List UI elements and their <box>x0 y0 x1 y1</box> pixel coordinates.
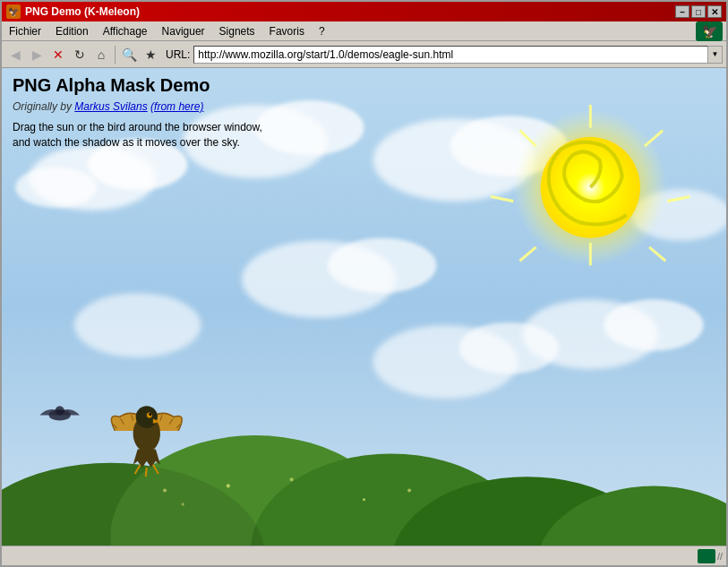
title-bar-left: 🦅 PNG Demo (K-Meleon) <box>6 4 140 19</box>
attribution-prefix: Originally by <box>13 100 74 113</box>
menu-favoris[interactable]: Favoris <box>262 23 312 39</box>
attribution: Originally by Markus Svilans (from here) <box>13 100 203 113</box>
description: Drag the sun or the bird around the brow… <box>13 120 262 150</box>
menu-affichage[interactable]: Affichage <box>96 23 155 39</box>
status-extra: // <box>717 551 723 562</box>
browser-window: 🦅 PNG Demo (K-Meleon) – □ ✕ Fichier Edit… <box>0 0 728 567</box>
home-button[interactable]: ⌂ <box>91 45 111 64</box>
toolbar: ◀ ▶ ✕ ↻ ⌂ 🔍 ★ URL: ▼ <box>2 41 726 68</box>
menu-edition[interactable]: Edition <box>48 23 96 39</box>
toolbar-separator-1 <box>115 46 116 64</box>
description-line1: Drag the sun or the bird around the brow… <box>13 121 262 133</box>
status-bar: // <box>2 546 726 565</box>
from-here-link[interactable]: (from here) <box>150 100 203 113</box>
url-label: URL: <box>166 48 190 61</box>
menu-bar: Fichier Edition Affichage Naviguer Signe… <box>2 21 726 41</box>
browser-logo-icon: 🦅 <box>696 21 723 41</box>
title-bar: 🦅 PNG Demo (K-Meleon) – □ ✕ <box>2 2 726 21</box>
window-title: PNG Demo (K-Meleon) <box>25 5 140 18</box>
content-overlay: PNG Alpha Mask Demo Originally by Markus… <box>2 68 726 546</box>
forward-button[interactable]: ▶ <box>27 45 47 64</box>
stop-button[interactable]: ✕ <box>48 45 68 64</box>
minimize-button[interactable]: – <box>675 5 689 18</box>
page-title: PNG Alpha Mask Demo <box>13 75 210 96</box>
menu-fichier[interactable]: Fichier <box>2 23 48 39</box>
description-line2: and watch the shadow as it moves over th… <box>13 136 240 149</box>
url-dropdown-button[interactable]: ▼ <box>708 46 723 64</box>
close-button[interactable]: ✕ <box>707 5 722 18</box>
status-icon <box>698 549 715 563</box>
url-bar: URL: ▼ <box>166 46 723 64</box>
title-controls: – □ ✕ <box>675 5 722 18</box>
url-input[interactable] <box>193 46 708 64</box>
reload-button[interactable]: ↻ <box>70 45 90 64</box>
menu-naviguer[interactable]: Naviguer <box>155 23 212 39</box>
menu-signets[interactable]: Signets <box>212 23 262 39</box>
bookmarks-button[interactable]: ★ <box>141 45 160 64</box>
menu-help[interactable]: ? <box>312 23 332 39</box>
app-icon: 🦅 <box>6 4 21 19</box>
back-button[interactable]: ◀ <box>5 45 25 64</box>
search-button[interactable]: 🔍 <box>119 45 139 64</box>
author-link[interactable]: Markus Svilans <box>74 100 147 113</box>
maximize-button[interactable]: □ <box>691 5 706 18</box>
content-area: PNG Alpha Mask Demo Originally by Markus… <box>2 68 726 546</box>
